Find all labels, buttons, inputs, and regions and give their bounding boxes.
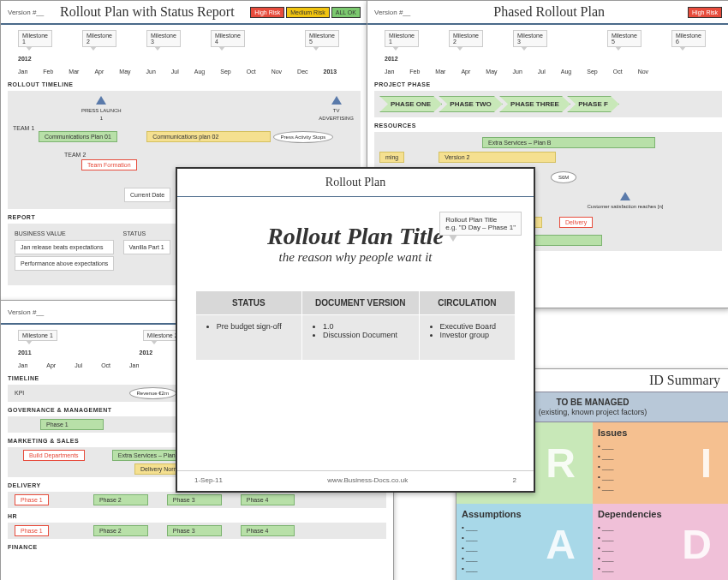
raid-letter: A: [546, 521, 576, 568]
section-resources: RESOURCES: [367, 119, 728, 130]
oval-revenue: Revenue €2m: [129, 387, 176, 399]
bar-phase3: Phase 3: [167, 494, 222, 505]
milestone: Milestone 1: [18, 330, 57, 341]
bar-phase3: Phase 3: [167, 525, 222, 536]
oval-press-stop: Press Activity Stops: [273, 131, 334, 143]
current-date-marker: Current Date: [124, 188, 170, 202]
month: Apr: [94, 69, 104, 75]
milestone: Milestone 5: [607, 30, 641, 47]
month: Mar: [69, 69, 79, 75]
phase-arrow: PHASE TWO: [439, 96, 502, 112]
marker-customer: Customer satisfaction reaches [n]: [587, 204, 663, 209]
team2-label: TEAM 2: [64, 152, 355, 158]
milestone: Milestone 2: [449, 30, 483, 47]
callout-box: Rollout Plan Title e.g. "D Day – Phase 1…: [439, 212, 522, 236]
report-item: Performance above expectations: [15, 256, 114, 271]
report-bv-title: BUSINESS VALUE: [15, 230, 114, 236]
raid-label: Issues: [598, 428, 724, 438]
bar-extra: Extra Services – Plan B: [482, 137, 655, 148]
triangle-icon: [620, 192, 630, 200]
raid-letter: D: [682, 521, 712, 568]
milestone: Milestone 3: [146, 30, 181, 47]
info-table: STATUS DOCUMENT VERSION CIRCULATION Pre …: [195, 290, 516, 361]
slide2-title: Phased Rollout Plan: [410, 4, 688, 20]
bar-phase1: Phase 1: [40, 419, 104, 430]
bar-phase1: Phase 1: [15, 525, 49, 536]
raid-header-line2: (existing, known project factors): [539, 408, 647, 416]
raid-cell-dependencies: Dependencies • ___• ___• ___• ___• ___ D: [593, 504, 728, 580]
delivery-row: Phase 1 Phase 2 Phase 3 Phase 4: [8, 492, 386, 508]
milestone: Milestone 5: [305, 30, 339, 47]
marker-tv: TV ADVERTISING: [319, 108, 354, 121]
marker-press: PRESS LAUNCH 1: [81, 108, 122, 121]
raid-label: Dependencies: [598, 509, 724, 519]
version-label: Version #__: [8, 9, 44, 16]
callout-line1: Rollout Plan Title: [445, 216, 497, 224]
milestone: Milestone 4: [211, 30, 245, 47]
th-circulation: CIRCULATION: [419, 291, 516, 315]
section-hr: HR: [1, 510, 393, 521]
milestone-row: Milestone 1 Milestone 2 Milestone 3 Mile…: [1, 25, 367, 52]
month: Nov: [272, 69, 282, 75]
milestone-row: Milestone 1 Milestone 2 Milestone 3 Mile…: [367, 25, 728, 52]
kpi-label: KPI: [15, 390, 24, 396]
bar-ming: ming: [379, 152, 404, 163]
report-status-title: STATUS: [123, 230, 170, 236]
version-label: Version #__: [374, 9, 410, 16]
center-header: Rollout Plan: [177, 169, 534, 197]
slide2-header: Version #__ Phased Rollout Plan High Ris…: [367, 1, 728, 25]
report-item: Vanilla Part 1: [123, 240, 170, 254]
version-label: Version #__: [8, 308, 44, 316]
report-business-value: BUSINESS VALUE Jan release beats expecta…: [15, 230, 114, 272]
bar-phase1: Phase 1: [15, 494, 49, 505]
milestone: Milestone 1: [18, 30, 52, 47]
footer-date: 1-Sep-11: [194, 476, 223, 484]
bar-phase2: Phase 2: [93, 525, 148, 536]
milestone: Milestone 3: [513, 30, 547, 47]
milestone: Milestone 2: [82, 30, 116, 47]
year: 2012: [140, 350, 153, 356]
bar-phase4: Phase 4: [241, 525, 295, 536]
month-axis-labels: Jan Feb Mar Apr May Jun Jul Aug Sep Oct …: [1, 65, 367, 78]
td-circulation: Executive BoardInvestor group: [419, 315, 516, 361]
team1-label: TEAM 1: [13, 125, 355, 131]
bar-comm1: Communications Plan 01: [39, 131, 117, 142]
slide-rollout-cover: Rollout Plan Rollout Plan Title e.g. "D …: [176, 167, 535, 493]
year: 2011: [18, 350, 32, 356]
slide1-title: Rollout Plan with Status Report: [44, 4, 250, 20]
month: Sep: [220, 69, 230, 75]
risk-badges: High Risk Medium Risk ALL OK: [250, 7, 361, 18]
phase-arrow: PHASE ONE: [379, 96, 442, 112]
oval-s6m: S6M: [551, 171, 576, 183]
month-axis-labels: JanFebMarAprMayJunJulAugSepOctNov: [367, 65, 728, 78]
bar-v2: Version 2: [439, 152, 556, 163]
th-version: DOCUMENT VERSION: [301, 291, 419, 315]
bar-team-formation: Team Formation: [81, 159, 137, 170]
section-finance: FINANCE: [1, 541, 393, 552]
section-timeline: ROLLOUT TIMELINE: [1, 78, 367, 89]
milestone: Milestone 6: [671, 30, 706, 47]
phase-arrow: PHASE F: [567, 96, 619, 112]
center-footer: 1-Sep-11 www.Business-Docs.co.uk 2: [177, 470, 534, 484]
footer-url: www.Business-Docs.co.uk: [327, 476, 408, 484]
center-subtitle: the reason why people want it: [177, 250, 534, 265]
badge-medium-risk: Medium Risk: [286, 7, 329, 18]
bar-phase4: Phase 4: [241, 494, 295, 505]
month: Aug: [194, 69, 205, 75]
badge-high-risk: High Risk: [250, 7, 284, 18]
raid-cell-assumptions: Assumptions • ___• ___• ___• ___• ___ A: [456, 504, 593, 580]
month: May: [119, 69, 130, 75]
month: Jun: [146, 69, 156, 75]
bar-build: Build Departments: [23, 450, 85, 461]
td-version: 1.0Discussion Document: [301, 315, 419, 361]
raid-letter: I: [701, 439, 712, 487]
month: Jul: [171, 69, 179, 75]
bar-delivery-c: Delivery: [559, 217, 593, 228]
year-start: 2012: [385, 56, 398, 62]
year-start: 2012: [18, 56, 32, 62]
callout-line2: e.g. "D Day – Phase 1": [445, 224, 516, 231]
triangle-icon: [96, 96, 106, 105]
triangle-icon: [331, 96, 342, 105]
month: Dec: [297, 69, 307, 75]
milestone: Milestone 1: [385, 30, 419, 47]
